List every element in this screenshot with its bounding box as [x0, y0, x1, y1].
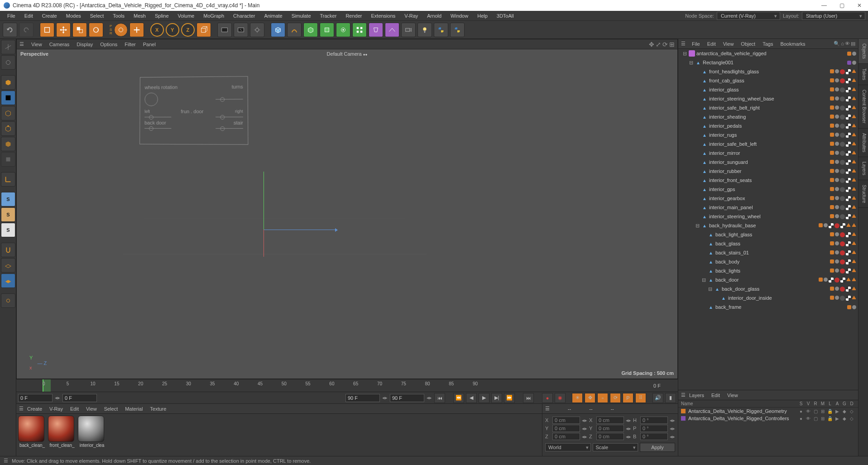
tag-tri-icon[interactable]	[852, 78, 856, 82]
coord-hamburger-icon[interactable]: ☰	[545, 406, 550, 412]
menu-help[interactable]: Help	[473, 12, 492, 20]
tag-check-icon[interactable]	[846, 268, 851, 273]
obj-menu-object[interactable]: Object	[737, 40, 759, 48]
menu-tracker[interactable]: Tracker	[316, 12, 341, 20]
tree-row[interactable]: ⊟antarctica_delta_vehicle_rigged	[678, 49, 858, 58]
layer-menu-view[interactable]: View	[724, 392, 742, 399]
model-mode-button[interactable]	[1, 75, 15, 90]
coord-field[interactable]: 0 cm	[552, 433, 580, 440]
enable-snap-button[interactable]	[1, 55, 15, 70]
vp-menu-view[interactable]: View	[28, 41, 46, 48]
tree-row[interactable]: ▲interior_steering_wheel	[678, 212, 858, 221]
tag-grey-icon[interactable]	[824, 223, 828, 227]
menu-animate[interactable]: Animate	[259, 12, 287, 20]
tag-check-icon[interactable]	[846, 69, 851, 74]
tag-check-icon[interactable]	[846, 250, 851, 255]
tag-tri-icon[interactable]	[852, 133, 856, 136]
render-settings-button[interactable]	[250, 23, 264, 37]
maximize-button[interactable]: ▢	[839, 2, 844, 9]
tag-red-icon[interactable]	[834, 223, 839, 228]
viewport-nav-icon[interactable]: ✥	[649, 41, 654, 48]
node-space-dropdown[interactable]: Current (V-Ray)	[717, 12, 780, 20]
menu-mesh[interactable]: Mesh	[129, 12, 150, 20]
menu-render[interactable]: Render	[341, 12, 366, 20]
tag-darkgrey-icon[interactable]	[840, 124, 845, 129]
tree-row[interactable]: ▲interior_sunguard	[678, 158, 858, 167]
vp-menu-panel[interactable]: Panel	[139, 41, 159, 48]
tag-tri-icon[interactable]	[852, 205, 856, 209]
tree-row[interactable]: ⊟▲back_hydraulic_base	[678, 221, 858, 230]
key-scale-button[interactable]: ▫	[597, 393, 608, 403]
tree-row[interactable]: ▲interior_steering_wheel_base	[678, 94, 858, 103]
spin-icon[interactable]: ◂▸	[670, 434, 675, 440]
next-key-button[interactable]: ⏩	[504, 393, 515, 403]
tag-tri-icon[interactable]	[852, 241, 856, 245]
tree-row[interactable]: ▲front_cab_glass	[678, 76, 858, 85]
tag-red-icon[interactable]	[840, 69, 845, 74]
gizmo-x-axis[interactable]	[264, 230, 336, 230]
layer-menu-layers[interactable]: Layers	[686, 392, 708, 399]
layer-toggle-icon[interactable]: ⊞	[819, 416, 826, 421]
tag-grey-icon[interactable]	[835, 142, 839, 146]
tag-grey-icon[interactable]	[835, 69, 839, 73]
tag-grey-icon[interactable]	[835, 178, 839, 182]
side-tab-takes[interactable]: Takes	[858, 64, 868, 85]
deformer-button[interactable]	[369, 23, 383, 37]
coord-field[interactable]: 0 cm	[596, 417, 624, 424]
record-button[interactable]: ●	[542, 393, 553, 403]
mat-menu-texture[interactable]: Texture	[146, 405, 170, 412]
tree-row[interactable]: ▲front_headlights_glass	[678, 67, 858, 76]
tree-row[interactable]: ▲interior_gps	[678, 185, 858, 194]
tag-tri-icon[interactable]	[852, 187, 856, 191]
layer-toggle-icon[interactable]: ●	[797, 416, 805, 421]
y-axis-button[interactable]: Y	[166, 23, 179, 37]
layer-toggle-icon[interactable]: ●	[797, 409, 805, 414]
workplane-button[interactable]	[1, 258, 15, 273]
tag-orange-icon[interactable]	[830, 268, 834, 273]
tag-tri-icon[interactable]	[852, 87, 856, 91]
tag-red-icon[interactable]	[840, 287, 845, 292]
tag-tri-icon[interactable]	[846, 278, 851, 281]
tag-grey-icon[interactable]	[835, 287, 839, 291]
menu-file[interactable]: File	[3, 12, 20, 20]
tag-check-icon[interactable]	[846, 241, 851, 246]
spin-icon[interactable]: ◂▸	[582, 434, 587, 440]
tag-grey-icon[interactable]	[835, 214, 839, 218]
tag-grey-icon[interactable]	[835, 296, 839, 300]
menu-simulate[interactable]: Simulate	[287, 12, 316, 20]
tag-red-icon[interactable]	[840, 259, 845, 264]
tag-check-icon[interactable]	[846, 87, 851, 92]
tag-tri-icon[interactable]	[852, 69, 856, 73]
tag-tri-icon[interactable]	[852, 105, 856, 109]
tree-row[interactable]: ▲back_glass	[678, 239, 858, 248]
coord-space-dropdown[interactable]: World	[545, 443, 591, 451]
scale-button[interactable]	[72, 23, 87, 37]
menu-edit[interactable]: Edit	[20, 12, 38, 20]
tag-orange-icon[interactable]	[830, 250, 834, 254]
layer-toggle-icon[interactable]: ⊞	[819, 409, 826, 414]
tag-tri-icon[interactable]	[852, 232, 856, 236]
viewport-solo-s-button[interactable]: S	[1, 192, 15, 206]
coord-field[interactable]: 0 °	[640, 425, 668, 432]
side-tab-structure[interactable]: Structure	[858, 180, 868, 208]
tree-row[interactable]: ▲interior_sheating	[678, 112, 858, 121]
key-move-button[interactable]: ✥	[585, 393, 595, 403]
layer-toggle-icon[interactable]: ▶	[834, 409, 841, 414]
tag-grey-icon[interactable]	[835, 87, 839, 91]
mat-menu-view[interactable]: View	[82, 405, 101, 412]
environment-button[interactable]	[385, 23, 399, 37]
redo-button[interactable]	[19, 23, 34, 37]
tag-tri-icon[interactable]	[852, 160, 856, 163]
vp-menu-options[interactable]: Options	[96, 41, 121, 48]
tag-darkgrey-icon[interactable]	[840, 96, 845, 101]
tag-check-icon[interactable]	[829, 278, 834, 283]
tag-grey-icon[interactable]	[835, 115, 839, 119]
tree-row[interactable]: ▲interior_door_inside	[678, 293, 858, 302]
viewport-rotate-icon[interactable]: ⟳	[662, 41, 668, 48]
tag-darkgrey-icon[interactable]	[840, 187, 845, 192]
coord-field[interactable]: 0 cm	[596, 425, 624, 432]
tag-orange-icon[interactable]	[819, 223, 823, 227]
layer-toggle-icon[interactable]: 👁	[805, 416, 812, 421]
tree-row[interactable]: ▲interior_safe_belt_right	[678, 103, 858, 112]
tag-tri-icon[interactable]	[852, 278, 856, 281]
